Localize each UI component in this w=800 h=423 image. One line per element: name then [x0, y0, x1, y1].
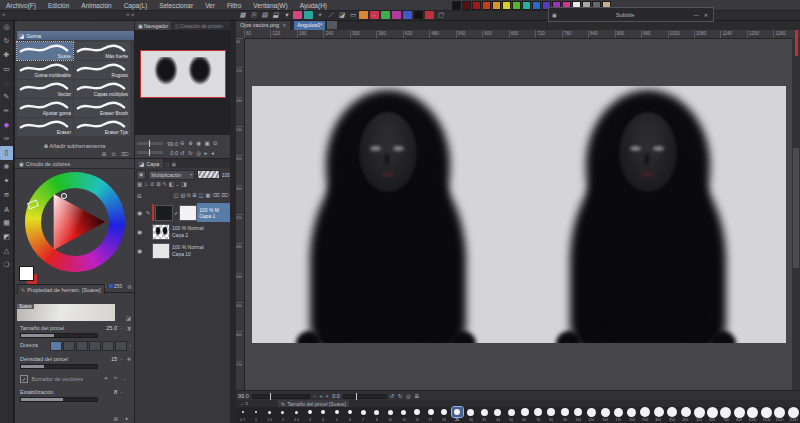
tool-icon[interactable]: ↻ — [0, 34, 13, 48]
brush-size-item[interactable]: 60 — [518, 407, 531, 423]
brush-size-item[interactable]: 400 — [679, 407, 692, 423]
status-rotation-slider[interactable] — [343, 394, 387, 399]
subtool-item[interactable]: Suave — [17, 42, 73, 60]
status-zoom-buttons[interactable]: − + ▪ — [313, 393, 329, 399]
airbrush-icon[interactable]: ❋ — [127, 356, 131, 362]
brush-size-item[interactable]: 15 — [410, 407, 423, 423]
expand-arrow-icon[interactable]: › — [129, 342, 131, 348]
brush-size-item[interactable]: 0.7 — [236, 407, 249, 423]
toolbar-icon[interactable] — [403, 11, 412, 19]
toolbar-icon[interactable] — [414, 11, 423, 19]
tab-extra-icon[interactable]: ◻ — [165, 161, 169, 167]
tool-icon[interactable]: ▭ — [0, 62, 13, 76]
opacity-slider[interactable] — [197, 170, 219, 179]
close-button[interactable]: ✕ — [704, 12, 710, 18]
canvas-viewport[interactable] — [244, 38, 792, 390]
subtool-item[interactable]: Vector — [17, 80, 73, 98]
subtool-item[interactable]: Más fuerte — [74, 42, 130, 60]
subtool-group-header[interactable]: ◪ Goma — [17, 31, 134, 40]
document-tab[interactable]: Ojos vacios.png ✕ — [236, 20, 290, 30]
brush-size-item[interactable]: 90 — [558, 407, 571, 423]
brush-size-slider[interactable] — [20, 333, 98, 338]
status-rotation-buttons[interactable]: ↺ ↻ ◎ ⊞ — [390, 393, 420, 399]
brush-size-item[interactable]: 80 — [545, 407, 558, 423]
brush-size-item[interactable]: 2000 — [786, 407, 799, 423]
brush-size-item[interactable]: 500 — [692, 407, 705, 423]
brush-size-item[interactable]: 4 — [317, 407, 330, 423]
subtool-item[interactable]: Rugoso — [74, 61, 130, 79]
layer-action-buttons[interactable]: ◰ ▤ ⧉ ⊞ ◫ ▣ ⌫ ⌦ — [173, 192, 229, 199]
subtool-footer-icons[interactable]: ⊞ ⧉ ⌦ — [102, 151, 131, 158]
layer-row-capa1[interactable]: ◉ ✎ ✓ 100 % M Capa 1 — [135, 203, 231, 222]
brush-size-item[interactable]: 170 — [612, 407, 625, 423]
brush-size-item[interactable]: 70 — [531, 407, 544, 423]
status-rotation-value[interactable]: 0.0 — [332, 393, 340, 399]
brush-size-item[interactable]: 300 — [652, 407, 665, 423]
tool-property-footer-icons[interactable]: ⊕ ✦ — [113, 415, 131, 422]
angle-field-button[interactable] — [327, 21, 337, 29]
visibility-eye-icon[interactable]: ◉ — [135, 228, 144, 235]
vector-mode-icons[interactable]: ≐ ≑ ⌄ — [104, 375, 129, 381]
nav-zoom-slider[interactable] — [137, 142, 163, 145]
brush-size-item[interactable]: 100 — [572, 407, 585, 423]
layer-row-capa2[interactable]: ◉ 100 % Normal Capa 2 — [135, 222, 231, 241]
close-tab-icon[interactable]: ✕ — [282, 22, 286, 28]
tool-icon[interactable]: ✑ — [0, 132, 13, 146]
brush-size-item[interactable]: 250 — [639, 407, 652, 423]
lock-icon[interactable]: ◪ — [126, 315, 131, 321]
toolbar-icon[interactable]: ▾ — [359, 11, 368, 19]
hardness-segments[interactable] — [50, 341, 127, 351]
tool-icon[interactable]: ✚ — [0, 48, 13, 62]
palette-swatch[interactable] — [472, 1, 481, 10]
toolbar-icon[interactable]: ▾ — [282, 11, 291, 19]
brush-size-item[interactable]: 25 — [451, 407, 464, 423]
status-zoom-value[interactable]: 99.0 — [238, 393, 249, 399]
layer-thumbnail[interactable] — [152, 243, 170, 259]
palette-swatch[interactable] — [482, 1, 491, 10]
menu-item[interactable]: Filtro — [221, 2, 247, 9]
subtool-item[interactable]: Eraser Brush — [74, 99, 130, 117]
subtool-item[interactable]: Ajustar goma — [17, 99, 73, 117]
toolbar-icon[interactable]: ▦ — [238, 11, 247, 19]
menu-item[interactable]: Ver — [199, 2, 221, 9]
tool-icon[interactable]: ▦ — [0, 216, 13, 230]
nav-rotate-buttons[interactable]: ↺ ↻ ◎ ▸ ◂ — [180, 150, 215, 156]
brush-size-item[interactable]: 1500 — [773, 407, 786, 423]
brush-size-item[interactable]: 150 — [598, 407, 611, 423]
panel-collapse-icon[interactable]: « — [2, 11, 5, 17]
subtool-item[interactable]: Goma moldeable — [17, 61, 73, 79]
canvas-thumbnail[interactable] — [140, 50, 226, 98]
panel-collapse-icon[interactable]: » « — [126, 11, 134, 17]
palette-mode-icon[interactable]: ▣ — [136, 170, 146, 180]
color-settings-icon[interactable]: ⊛ — [127, 283, 132, 290]
brush-size-item[interactable]: 700 — [719, 407, 732, 423]
collapse-icon[interactable]: ⊟ — [137, 193, 142, 199]
palette-swatch[interactable] — [522, 1, 531, 10]
toolbar-icon[interactable]: ◪ — [337, 11, 346, 19]
brush-size-item[interactable]: 35 — [478, 407, 491, 423]
tool-icon[interactable]: △ — [0, 244, 13, 258]
brush-size-item[interactable]: 5 — [330, 407, 343, 423]
toolbar-icon[interactable]: ⌖ — [315, 11, 324, 19]
vertical-scrollbar[interactable] — [792, 38, 800, 390]
toolbar-icon[interactable]: ▾ — [370, 11, 379, 19]
brush-size-item[interactable]: 350 — [666, 407, 679, 423]
toolbar-icon[interactable]: ▤ — [260, 11, 269, 19]
tool-icon[interactable]: ✦ — [0, 174, 13, 188]
tool-icon[interactable]: ◆ — [0, 118, 13, 132]
tool-icon[interactable]: ◎ — [0, 20, 13, 34]
brush-size-item[interactable]: 1.5 — [263, 407, 276, 423]
brush-size-item[interactable]: 12 — [397, 407, 410, 423]
checkbox[interactable]: ✓ — [20, 375, 28, 383]
opacity-value[interactable]: 100 — [222, 172, 230, 178]
nav-zoom-buttons[interactable]: ⊖ ⊕ ◉ ▣ ⧉ — [180, 140, 218, 147]
toolbar-icon[interactable]: ⬓ — [271, 11, 280, 19]
toolbar-icon[interactable]: ⟋ — [326, 11, 335, 19]
tab-capa[interactable]: ◪ Capa — [135, 159, 163, 168]
brush-size-item[interactable]: 2.5 — [290, 407, 303, 423]
collapse-icons[interactable]: ⌄ ≡ — [240, 400, 249, 406]
palette-swatch[interactable] — [492, 1, 501, 10]
nav-rotate-slider[interactable] — [137, 151, 163, 154]
layer-mask-thumbnail[interactable] — [179, 205, 197, 221]
brush-size-item[interactable]: 20 — [437, 407, 450, 423]
